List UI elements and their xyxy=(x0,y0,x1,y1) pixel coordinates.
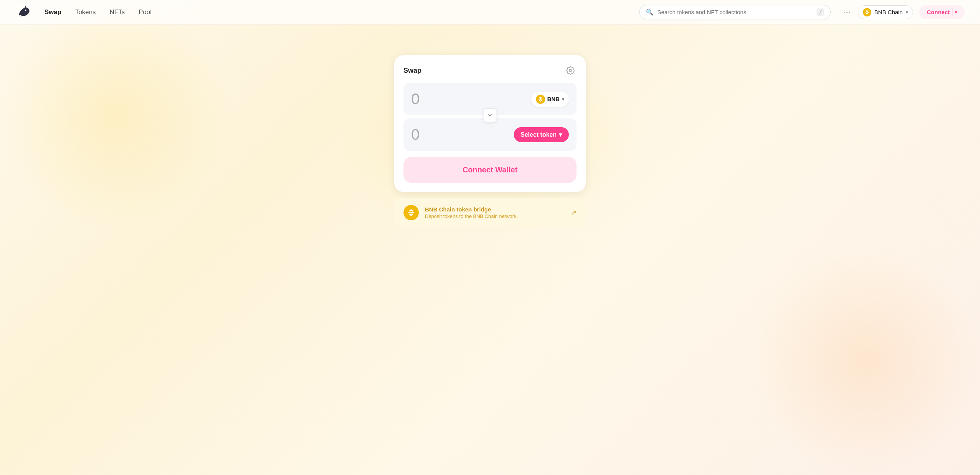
nav-links: Swap Tokens NFTs Pool xyxy=(44,8,152,16)
navbar: Swap Tokens NFTs Pool 🔍 / ··· BNB Chain xyxy=(0,0,980,25)
bridge-description: Deposit tokens to the BNB Chain network. xyxy=(425,213,565,219)
select-token-button[interactable]: Select token ▾ xyxy=(514,127,569,142)
connect-chevron-icon: ▾ xyxy=(955,10,957,15)
search-icon: 🔍 xyxy=(646,8,653,16)
select-token-label: Select token xyxy=(521,131,557,138)
nav-nfts[interactable]: NFTs xyxy=(109,8,125,16)
connect-divider xyxy=(952,8,952,16)
connect-button[interactable]: Connect ▾ xyxy=(919,5,965,19)
connect-wallet-button[interactable]: Connect Wallet xyxy=(403,157,577,183)
chain-name: BNB Chain xyxy=(874,9,903,15)
search-bar[interactable]: 🔍 / xyxy=(639,5,831,19)
chain-icon xyxy=(863,8,871,16)
chain-selector[interactable]: BNB Chain ▾ xyxy=(858,5,913,19)
bridge-text: BNB Chain token bridge Deposit tokens to… xyxy=(425,206,565,219)
nav-swap[interactable]: Swap xyxy=(44,8,61,16)
swap-arrow-icon xyxy=(487,112,493,118)
svg-point-1 xyxy=(25,9,27,11)
swap-header: Swap xyxy=(403,64,577,77)
bridge-card[interactable]: BNB Chain token bridge Deposit tokens to… xyxy=(394,198,586,227)
chain-chevron-icon: ▾ xyxy=(906,10,908,15)
search-shortcut: / xyxy=(817,8,824,16)
connect-label: Connect xyxy=(927,9,950,15)
select-token-chevron-icon: ▾ xyxy=(559,131,562,138)
from-token-chevron-icon: ▾ xyxy=(562,97,564,102)
logo[interactable] xyxy=(15,3,44,21)
bridge-title: BNB Chain token bridge xyxy=(425,206,565,213)
from-token-name: BNB xyxy=(547,96,560,102)
swap-card: Swap 0 xyxy=(394,55,586,192)
to-amount[interactable]: 0 xyxy=(411,126,420,143)
from-amount[interactable]: 0 xyxy=(411,90,420,108)
nav-right: ··· BNB Chain ▾ Connect ▾ xyxy=(843,5,965,19)
from-token-selector[interactable]: BNB ▾ xyxy=(531,92,569,107)
settings-icon[interactable] xyxy=(564,64,577,77)
bridge-icon xyxy=(403,205,419,220)
more-options-button[interactable]: ··· xyxy=(843,8,852,16)
swap-direction-button[interactable] xyxy=(483,108,497,122)
to-token-box: 0 Select token ▾ xyxy=(403,118,577,151)
swap-title: Swap xyxy=(403,67,421,75)
bnb-icon xyxy=(536,95,545,104)
nav-pool[interactable]: Pool xyxy=(139,8,152,16)
main-content: Swap 0 xyxy=(0,25,980,227)
nav-tokens[interactable]: Tokens xyxy=(75,8,96,16)
search-input[interactable] xyxy=(657,9,813,15)
svg-point-2 xyxy=(569,69,572,72)
bridge-link-icon[interactable]: ↗ xyxy=(571,208,577,217)
